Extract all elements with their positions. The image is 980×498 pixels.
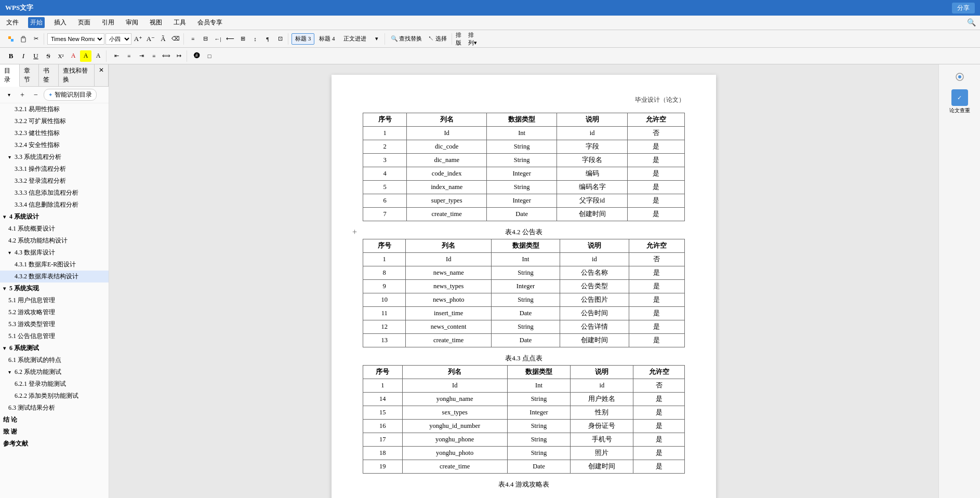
toc-item[interactable]: 4.3.1 数据库E-R图设计 bbox=[0, 259, 109, 271]
toc-expand-btn[interactable]: ▾ bbox=[3, 89, 15, 101]
find-replace-btn[interactable]: 🔍 查找替换 bbox=[388, 33, 425, 45]
italic-btn[interactable]: I bbox=[18, 50, 29, 62]
align-left-btn[interactable]: ⟵ bbox=[224, 33, 236, 45]
toc-label: 6.2.2 添加类别功能测试 bbox=[15, 392, 78, 400]
cut-btn[interactable]: ✂ bbox=[30, 33, 42, 45]
tab-toc[interactable]: 目录 bbox=[0, 64, 20, 87]
font-name-select[interactable]: Times New Roma bbox=[47, 33, 104, 45]
text-effect-btn[interactable]: 🅐 bbox=[191, 50, 203, 62]
menu-page[interactable]: 页面 bbox=[76, 17, 92, 28]
toc-item[interactable]: 3.2.3 健壮性指标 bbox=[0, 127, 109, 139]
menu-review[interactable]: 审阅 bbox=[124, 17, 140, 28]
search-icon[interactable]: 🔍 bbox=[967, 18, 976, 27]
align-center-btn[interactable]: ≡ bbox=[123, 50, 135, 62]
toc-remove-btn[interactable]: − bbox=[30, 89, 42, 101]
style-heading4-btn[interactable]: 标题 4 bbox=[315, 33, 338, 45]
toc-item[interactable]: 5.3 游戏类型管理 bbox=[0, 318, 109, 330]
toc-item[interactable]: 3.3.3 信息添加流程分析 bbox=[0, 187, 109, 199]
sidebar-actions: ▾ + − ✦ 智能识别目录 bbox=[0, 87, 109, 103]
toc-item[interactable]: 4.2 系统功能结构设计 bbox=[0, 235, 109, 247]
toc-item[interactable]: 3.3.2 登录流程分析 bbox=[0, 175, 109, 187]
toc-item[interactable]: ▾4.3 数据库设计 bbox=[0, 247, 109, 259]
style-body-btn[interactable]: 正文进进 bbox=[340, 33, 370, 45]
toc-item[interactable]: ▾5 系统实现 bbox=[0, 282, 109, 294]
select-btn[interactable]: ↖ 选择 bbox=[426, 33, 449, 45]
underline-btn[interactable]: U bbox=[30, 50, 42, 62]
tab-find-replace[interactable]: 查找和替换 bbox=[59, 64, 95, 86]
toc-item[interactable]: 6.2.1 登录功能测试 bbox=[0, 378, 109, 390]
toc-item[interactable]: 5.1 用户信息管理 bbox=[0, 294, 109, 306]
superscript-btn[interactable]: X² bbox=[55, 50, 67, 62]
table-cell: 编码名字 bbox=[557, 181, 628, 194]
toc-item[interactable]: 结 论 bbox=[0, 414, 109, 426]
layout-btn[interactable]: 排版 bbox=[455, 33, 467, 45]
toc-item[interactable]: 3.2.1 易用性指标 bbox=[0, 103, 109, 115]
toc-item[interactable]: ▾6 系统测试 bbox=[0, 342, 109, 354]
toc-item[interactable]: 致 谢 bbox=[0, 426, 109, 438]
menu-insert[interactable]: 插入 bbox=[52, 17, 69, 28]
toc-label: 6.3 测试结果分析 bbox=[8, 403, 55, 412]
menu-reference[interactable]: 引用 bbox=[100, 17, 116, 28]
style-heading3-btn[interactable]: 标题 3 bbox=[292, 33, 314, 45]
doc-area[interactable]: 毕业设计（论文） 序号 列名 数据类型 说明 允许空 1IdIntid否2dic… bbox=[109, 64, 938, 498]
justify-btn[interactable]: ≡ bbox=[148, 50, 160, 62]
menu-vip[interactable]: 会员专享 bbox=[195, 17, 224, 28]
toc-item[interactable]: 6.3 测试结果分析 bbox=[0, 402, 109, 414]
text-bg-btn[interactable]: A bbox=[92, 50, 104, 62]
strikethrough-btn[interactable]: S bbox=[43, 50, 54, 62]
menu-file[interactable]: 文件 bbox=[4, 17, 21, 28]
tab-bookmarks[interactable]: 书签 bbox=[39, 64, 59, 86]
toc-item[interactable]: 3.3.1 操作流程分析 bbox=[0, 163, 109, 175]
share-button[interactable]: 分享 bbox=[952, 3, 975, 14]
style-more-btn[interactable]: ▾ bbox=[371, 33, 382, 45]
toc-item[interactable]: 5.1 公告信息管理 bbox=[0, 330, 109, 342]
highlight-btn[interactable]: A bbox=[80, 50, 91, 62]
toc-item[interactable]: 参考文献 bbox=[0, 438, 109, 450]
clear-format-btn[interactable]: Ã bbox=[157, 33, 169, 45]
indent-btn[interactable]: ↦ bbox=[173, 50, 184, 62]
table-row: 13create_timeDate创建时间是 bbox=[363, 334, 685, 347]
toc-item[interactable]: 3.2.2 可扩展性指标 bbox=[0, 115, 109, 127]
toc-item[interactable]: 3.3.4 信息删除流程分析 bbox=[0, 199, 109, 211]
bold-btn[interactable]: B bbox=[5, 50, 17, 62]
menu-tools[interactable]: 工具 bbox=[171, 17, 188, 28]
menu-start[interactable]: 开始 bbox=[28, 17, 45, 28]
border-shade-btn[interactable]: □ bbox=[204, 50, 215, 62]
tab-chapters[interactable]: 章节 bbox=[20, 64, 39, 86]
toc-item[interactable]: 6.2.2 添加类别功能测试 bbox=[0, 390, 109, 402]
toc-item[interactable]: 6.1 系统测试的特点 bbox=[0, 354, 109, 366]
ordered-list-btn[interactable]: ⊟ bbox=[200, 33, 211, 45]
toc-item[interactable]: 4.1 系统概要设计 bbox=[0, 223, 109, 235]
menu-view[interactable]: 视图 bbox=[148, 17, 164, 28]
ai-recognize-btn[interactable]: ✦ 智能识别目录 bbox=[44, 89, 97, 101]
toc-item-active[interactable]: 4.3.2 数据库表结构设计 bbox=[0, 271, 109, 282]
font-color-btn[interactable]: A bbox=[68, 50, 79, 62]
paper-check-btn[interactable]: ✓ 论文查重 bbox=[947, 87, 972, 116]
align-all-left-btn[interactable]: ⇤ bbox=[111, 50, 122, 62]
toc-item[interactable]: ▾3.3 系统流程分析 bbox=[0, 151, 109, 163]
border-btn[interactable]: ⊡ bbox=[274, 33, 286, 45]
paste-btn[interactable] bbox=[18, 33, 29, 45]
toc-item[interactable]: ▾6.2 系统功能测试 bbox=[0, 366, 109, 378]
sort-btn[interactable]: 排列▾ bbox=[468, 33, 479, 45]
font-smaller-btn[interactable]: A⁻ bbox=[145, 33, 156, 45]
align-all-right-btn[interactable]: ⇥ bbox=[136, 50, 147, 62]
distribute-btn[interactable]: ⟺ bbox=[161, 50, 172, 62]
unordered-list-btn[interactable]: ≡ bbox=[187, 33, 198, 45]
line-spacing-btn[interactable]: ↕ bbox=[249, 33, 261, 45]
toc-add-btn[interactable]: + bbox=[17, 89, 28, 101]
eraser-btn[interactable]: ⌫ bbox=[170, 33, 181, 45]
table-row: 17yonghu_phoneString手机号是 bbox=[363, 433, 685, 447]
para-format-btn[interactable]: ¶ bbox=[262, 33, 273, 45]
toc-item[interactable]: 3.2.4 安全性指标 bbox=[0, 139, 109, 151]
toc-item[interactable]: 5.2 游戏攻略管理 bbox=[0, 306, 109, 318]
toc-item[interactable]: ▾4 系统设计 bbox=[0, 211, 109, 223]
font-size-select[interactable]: 小四 bbox=[105, 33, 131, 45]
indent-left-btn[interactable]: ←| bbox=[212, 33, 223, 45]
format-painter-btn[interactable] bbox=[5, 33, 17, 45]
table3-caption: 表4.3 点点表 bbox=[363, 354, 685, 363]
tab-close[interactable]: ✕ bbox=[95, 64, 109, 86]
align-right-btn[interactable]: ⊞ bbox=[237, 33, 248, 45]
table-cell: 创建时间 bbox=[560, 334, 629, 347]
font-larger-btn[interactable]: A⁺ bbox=[133, 33, 144, 45]
